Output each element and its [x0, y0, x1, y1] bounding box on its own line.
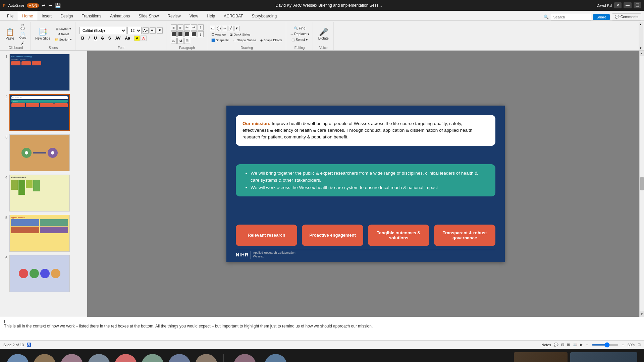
- smart-art-button[interactable]: ⎄: [171, 38, 177, 44]
- participant-at[interactable]: AT Thornhill, Anna...: [60, 354, 83, 362]
- shadow-button[interactable]: S: [107, 35, 113, 42]
- minimize-button[interactable]: —: [624, 2, 632, 8]
- zoom-in-btn[interactable]: ＋: [621, 342, 625, 347]
- underline-button[interactable]: U: [92, 35, 99, 42]
- notes-text[interactable]: This is all in the context of how we wor…: [4, 324, 640, 328]
- ribbon-scroll-up[interactable]: ▲: [639, 23, 642, 26]
- restore-button[interactable]: ❐: [634, 2, 641, 8]
- save-icon[interactable]: 💾: [55, 3, 61, 8]
- new-slide-button[interactable]: 📑 New Slide: [33, 26, 52, 42]
- select-shape-btn[interactable]: ▭: [210, 26, 215, 31]
- strikethrough-button[interactable]: S: [100, 35, 106, 42]
- tab-insert[interactable]: Insert: [37, 11, 56, 20]
- comments-button[interactable]: 💬 Comments: [612, 13, 641, 20]
- copy-button[interactable]: 📄 Copy: [17, 32, 28, 40]
- numbered-list-button[interactable]: ≡: [177, 24, 183, 31]
- tab-transitions[interactable]: Transitions: [77, 11, 106, 20]
- slide-thumbnail-5[interactable]: 5 Applied research...: [1, 214, 86, 252]
- scroll-up-btn[interactable]: ▲: [640, 51, 644, 56]
- slide-thumbnail-6[interactable]: 6: [1, 254, 86, 293]
- align-right-button[interactable]: ⬛: [184, 31, 190, 37]
- oval-btn[interactable]: ◯: [216, 26, 221, 31]
- tab-animations[interactable]: Animations: [106, 11, 134, 20]
- slide-thumbnail-1[interactable]: 1 ARC Wessex Briefing... University of P…: [1, 53, 86, 92]
- close-button[interactable]: ✕: [614, 2, 622, 8]
- align-center-button[interactable]: ⬛: [177, 31, 183, 37]
- slide-sorter-btn[interactable]: ⊞: [567, 343, 570, 347]
- tab-help[interactable]: Help: [203, 11, 220, 20]
- normal-view-btn[interactable]: ⊡: [561, 343, 564, 347]
- search-icon[interactable]: 🔍: [543, 14, 549, 19]
- shape-outline-button[interactable]: ▭ Shape Outline: [232, 38, 258, 43]
- line-btn[interactable]: ╱: [228, 26, 233, 31]
- replace-button[interactable]: ↔ Replace ▾: [289, 32, 311, 37]
- participant-kr[interactable]: KR Kirsty Bradburn: [34, 354, 56, 362]
- shape-effects-button[interactable]: ◈ Shape Effects: [259, 38, 283, 43]
- quick-styles-button[interactable]: ◪ Quick Styles: [228, 32, 252, 37]
- cut-button[interactable]: ✂ Cut: [17, 22, 28, 31]
- section-button[interactable]: 📂 Section ▾: [53, 37, 73, 42]
- font-clear-button[interactable]: ✗: [157, 27, 163, 34]
- search-input[interactable]: [551, 14, 591, 20]
- tab-view[interactable]: View: [185, 11, 203, 20]
- bullet-list-button[interactable]: ≡: [171, 24, 177, 31]
- font-color-button[interactable]: A: [141, 36, 146, 41]
- participant-bj[interactable]: BJ Jones, Serjamine - Specialist Present…: [230, 354, 260, 362]
- participant-js[interactable]: JS Jamie Sorenson: [88, 354, 110, 362]
- italic-button[interactable]: I: [87, 35, 91, 42]
- increase-indent-button[interactable]: ⇒: [191, 24, 197, 31]
- font-increase-button[interactable]: A+: [143, 27, 149, 34]
- format-painter-button[interactable]: 🖌: [17, 41, 28, 46]
- find-button[interactable]: 🔍 Find: [289, 26, 311, 31]
- align-left-button[interactable]: ⬛: [171, 31, 177, 37]
- redo-icon[interactable]: ↪: [48, 3, 52, 8]
- tab-acrobat[interactable]: ACROBAT: [219, 11, 247, 20]
- slide-thumbnail-3[interactable]: 3: [1, 134, 86, 172]
- tab-home[interactable]: Home: [18, 11, 37, 20]
- arrow-btn[interactable]: →: [222, 26, 227, 31]
- font-decrease-button[interactable]: A-: [150, 27, 156, 34]
- font-size-select[interactable]: 12: [127, 27, 142, 34]
- reading-view-btn[interactable]: 📖: [573, 343, 577, 347]
- slideshow-btn[interactable]: ▶: [580, 343, 583, 347]
- bold-button[interactable]: B: [79, 35, 86, 42]
- tab-slideshow[interactable]: Slide Show: [134, 11, 163, 20]
- columns-button[interactable]: ⫿: [198, 24, 204, 31]
- tab-storyboarding[interactable]: Storyboarding: [247, 11, 281, 20]
- vertical-align-button[interactable]: ⊟: [184, 38, 190, 44]
- highlight-button[interactable]: A: [134, 36, 140, 41]
- fit-screen-btn[interactable]: ⊡: [638, 343, 641, 347]
- tab-file[interactable]: File: [3, 11, 18, 20]
- zoom-out-btn[interactable]: －: [585, 342, 589, 347]
- undo-icon[interactable]: ↩: [42, 3, 46, 8]
- reset-button[interactable]: ↺ Reset: [53, 32, 73, 37]
- justify-button[interactable]: ⬛: [191, 31, 197, 37]
- layout-button[interactable]: ▤ Layout ▾: [53, 26, 73, 31]
- line-spacing-button[interactable]: ↕: [198, 31, 204, 37]
- dictate-button[interactable]: 🎤 Dictate: [316, 26, 331, 42]
- tab-review[interactable]: Review: [163, 11, 185, 20]
- participant-cc[interactable]: CC Carol Cook: [7, 354, 29, 362]
- decrease-indent-button[interactable]: ⇐: [184, 24, 190, 31]
- comments-status-btn[interactable]: 💬: [554, 343, 558, 347]
- participant-mc[interactable]: MC Murphy, C.: [168, 354, 191, 362]
- autosave-toggle[interactable]: ● ON: [27, 3, 39, 8]
- spacing-button[interactable]: AV: [114, 35, 122, 42]
- tab-design[interactable]: Design: [56, 11, 77, 20]
- text-direction-button[interactable]: ↕A: [177, 38, 183, 44]
- accessibility-icon[interactable]: ♿: [26, 343, 31, 347]
- font-family-select[interactable]: Calibri (Body): [79, 27, 126, 34]
- more-shapes-btn[interactable]: ▾: [234, 26, 239, 31]
- participant-mm[interactable]: MM Macalenno Moro: [265, 354, 287, 362]
- slide-thumbnail-2[interactable]: 2 Our mission: text... • bullet points: [1, 94, 86, 132]
- scroll-down-btn[interactable]: ▼: [640, 311, 644, 317]
- slide-thumbnail-4[interactable]: 4 Working with local...: [1, 174, 86, 212]
- participant-ck[interactable]: CK Channell, Kind...: [142, 354, 164, 362]
- share-button[interactable]: Share: [593, 14, 609, 20]
- ribbon-scroll-down[interactable]: ▼: [639, 47, 642, 50]
- zoom-slider[interactable]: [592, 344, 619, 346]
- case-button[interactable]: Aa: [123, 35, 132, 42]
- scroll-thumb[interactable]: [640, 177, 644, 190]
- shape-fill-button[interactable]: 🟦 Shape Fill: [210, 38, 231, 43]
- participant-vh[interactable]: VH Vanessa Heslop: [115, 354, 137, 362]
